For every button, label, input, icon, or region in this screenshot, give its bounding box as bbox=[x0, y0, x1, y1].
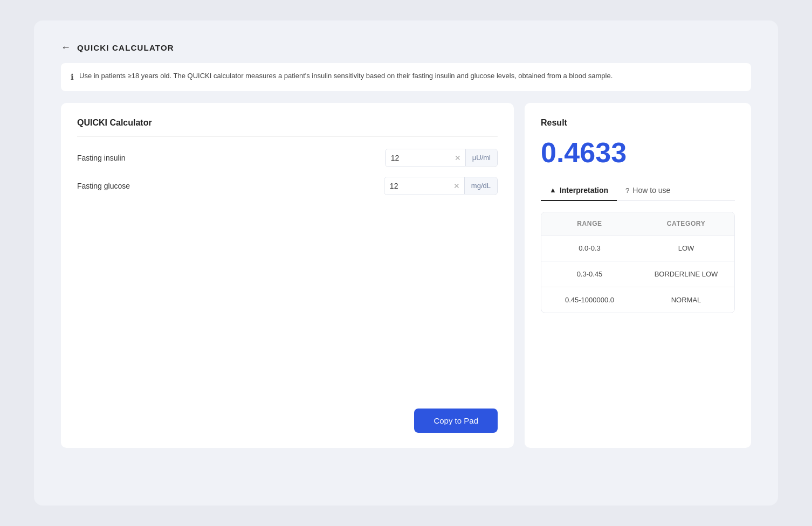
fasting-glucose-clear-icon[interactable]: ✕ bbox=[449, 182, 464, 190]
info-icon: ℹ bbox=[71, 71, 74, 84]
left-panel-title: QUICKI Calculator bbox=[77, 118, 498, 137]
fasting-insulin-unit: μU/ml bbox=[465, 149, 497, 166]
result-title: Result bbox=[541, 118, 735, 128]
fasting-glucose-input-wrapper: ✕ mg/dL bbox=[384, 177, 498, 195]
interpretation-tab-label: Interpretation bbox=[560, 186, 608, 195]
result-value: 0.4633 bbox=[541, 136, 735, 169]
tabs-row: ▲ Interpretation ? How to use bbox=[541, 181, 735, 201]
copy-btn-wrapper: Copy to Pad bbox=[77, 398, 498, 433]
fasting-glucose-label: Fasting glucose bbox=[77, 182, 384, 190]
back-button[interactable]: ← bbox=[61, 42, 71, 53]
info-banner: ℹ Use in patients ≥18 years old. The QUI… bbox=[61, 63, 751, 91]
table-header-category: CATEGORY bbox=[638, 212, 734, 235]
fasting-insulin-label: Fasting insulin bbox=[77, 154, 385, 162]
table-header-range: RANGE bbox=[541, 212, 638, 235]
copy-to-pad-button[interactable]: Copy to Pad bbox=[414, 409, 498, 433]
interpretation-table: RANGE CATEGORY 0.0-0.3 LOW 0.3-0.45 BORD… bbox=[541, 212, 735, 313]
how-to-use-tab-label: How to use bbox=[632, 186, 670, 195]
table-range-2: 0.3-0.45 bbox=[541, 261, 638, 287]
table-row-1: 0.0-0.3 LOW bbox=[541, 235, 734, 261]
fasting-glucose-input[interactable] bbox=[384, 177, 449, 195]
header-row: ← QUICKI CALCULATOR bbox=[61, 42, 751, 53]
fasting-insulin-input-wrapper: ✕ μU/ml bbox=[385, 149, 498, 167]
page-title: QUICKI CALCULATOR bbox=[77, 43, 174, 52]
info-text: Use in patients ≥18 years old. The QUICK… bbox=[79, 71, 613, 81]
table-row-2: 0.3-0.45 BORDERLINE LOW bbox=[541, 261, 734, 287]
fasting-insulin-row: Fasting insulin ✕ μU/ml bbox=[77, 149, 498, 167]
table-header-row: RANGE CATEGORY bbox=[541, 212, 734, 235]
right-panel: Result 0.4633 ▲ Interpretation ? How to … bbox=[525, 103, 751, 448]
table-category-3: NORMAL bbox=[638, 287, 734, 313]
main-content: QUICKI Calculator Fasting insulin ✕ μU/m… bbox=[61, 103, 751, 448]
fasting-glucose-row: Fasting glucose ✕ mg/dL bbox=[77, 177, 498, 195]
left-panel: QUICKI Calculator Fasting insulin ✕ μU/m… bbox=[61, 103, 514, 448]
fasting-insulin-clear-icon[interactable]: ✕ bbox=[450, 154, 465, 162]
fasting-glucose-unit: mg/dL bbox=[464, 177, 497, 194]
table-range-1: 0.0-0.3 bbox=[541, 236, 638, 261]
how-to-use-tab-icon: ? bbox=[625, 186, 629, 195]
table-category-2: BORDERLINE LOW bbox=[638, 261, 734, 287]
table-range-3: 0.45-1000000.0 bbox=[541, 287, 638, 313]
table-row-3: 0.45-1000000.0 NORMAL bbox=[541, 287, 734, 313]
fasting-insulin-input[interactable] bbox=[386, 149, 450, 167]
app-window: ← QUICKI CALCULATOR ℹ Use in patients ≥1… bbox=[34, 20, 778, 506]
tab-interpretation[interactable]: ▲ Interpretation bbox=[541, 181, 617, 201]
table-category-1: LOW bbox=[638, 236, 734, 261]
tab-how-to-use[interactable]: ? How to use bbox=[617, 181, 679, 200]
interpretation-tab-icon: ▲ bbox=[549, 186, 556, 194]
